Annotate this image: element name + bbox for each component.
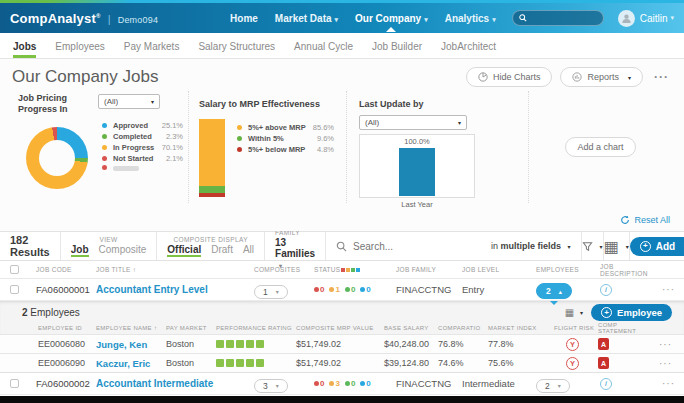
status-legend-icon	[346, 268, 350, 272]
employees-expand-pill[interactable]: 2▴	[536, 283, 572, 299]
page-title: Our Company Jobs	[12, 67, 158, 87]
chevron-down-icon: ▾	[276, 382, 279, 389]
more-options-button[interactable]: ···	[651, 70, 672, 84]
job-pricing-donut[interactable]	[26, 127, 88, 189]
mrp-legend: 5%+ above MRP85.6% Within 5%9.6% 5%+ bel…	[237, 123, 334, 197]
employee-row[interactable]: EE0006090 Kaczur, Eric Boston $51,749.02…	[0, 353, 684, 372]
last-update-chart: Last Update by (All)▾ 100.0% Last Year	[346, 91, 528, 203]
tab-jobarchitect[interactable]: JobArchitect	[441, 41, 496, 58]
employees-expand-pill[interactable]: 2▾	[536, 379, 570, 393]
mrp-bar[interactable]	[199, 119, 225, 197]
brand-logo[interactable]: CompAnalyst®|Demo094	[10, 11, 158, 26]
nav-market-data[interactable]: Market Data▾	[275, 5, 338, 32]
main-nav: Home Market Data▾ Our Company▾ Analytics…	[230, 5, 496, 32]
tab-salary-structures[interactable]: Salary Structures	[198, 41, 275, 58]
nav-our-company[interactable]: Our Company▾	[355, 5, 428, 32]
results-toolbar: 182 Results VIEW Job Composite COMPOSITE…	[0, 231, 684, 261]
tab-job-builder[interactable]: Job Builder	[372, 41, 422, 58]
last-update-bar[interactable]	[399, 148, 435, 196]
status-counts: 0 1 0 0	[314, 285, 396, 294]
pdf-icon[interactable]: A	[598, 338, 609, 350]
add-employee-button[interactable]: +Employee	[591, 304, 672, 321]
plus-circle-icon: +	[640, 241, 651, 252]
view-option-composite[interactable]: Composite	[99, 244, 147, 257]
employee-row[interactable]: EE0006080 Junge, Ken Boston $51,749.02 $…	[0, 334, 684, 353]
avatar[interactable]	[618, 10, 635, 27]
legend-dot	[102, 123, 107, 128]
hide-charts-button[interactable]: Hide Charts	[466, 67, 553, 87]
table-row[interactable]: FA06000002 Accountant Intermediate 3▾ 0 …	[0, 373, 684, 395]
employee-name-link[interactable]: Kaczur, Eric	[96, 358, 166, 369]
job-title-link[interactable]: Accountant Entry Level	[96, 284, 254, 295]
nav-home[interactable]: Home	[230, 5, 258, 32]
tab-pay-markets[interactable]: Pay Markets	[124, 41, 180, 58]
sort-asc-icon[interactable]: ↑	[133, 266, 137, 273]
job-pricing-filter-select[interactable]: (All)▾	[98, 94, 160, 109]
job-description-icon[interactable]: i	[600, 378, 612, 390]
x-axis-label: Last Year	[359, 200, 475, 209]
chevron-down-icon: ▾	[626, 243, 629, 250]
chart-title: Job Pricing Progress In	[18, 93, 90, 115]
reset-all-link[interactable]: Reset All	[620, 215, 670, 225]
job-title-link[interactable]: Accountant Intermediate	[96, 378, 254, 389]
global-search-input[interactable]	[531, 13, 601, 23]
composites-pill[interactable]: 3▾	[254, 379, 288, 393]
tab-jobs[interactable]: Jobs	[13, 41, 36, 58]
global-search[interactable]	[512, 10, 604, 26]
job-family-filter[interactable]: JOB FAMILY 13 Families ▾	[265, 232, 326, 260]
add-button[interactable]: + Add ▾	[630, 237, 684, 256]
last-update-plot: 100.0%	[359, 134, 475, 198]
job-description-icon[interactable]: i	[600, 284, 612, 296]
add-chart-button[interactable]: Add a chart	[565, 137, 635, 157]
columns-button[interactable]: ▦ ▾	[604, 232, 630, 260]
flight-risk-badge[interactable]: Y	[566, 338, 579, 351]
nav-analytics[interactable]: Analytics▾	[445, 5, 496, 32]
row-checkbox[interactable]	[10, 379, 19, 388]
chevron-down-icon: ▾	[568, 244, 571, 250]
select-all-checkbox[interactable]	[10, 265, 19, 274]
report-icon	[572, 72, 582, 82]
employees-panel: 2 Employees ▦▾ +Employee EMPLOYEE ID EMP…	[0, 301, 684, 373]
reports-button[interactable]: Reports ▾	[560, 67, 643, 87]
grid-icon: ▦	[604, 237, 619, 256]
refresh-icon	[620, 215, 630, 225]
status-legend-icon	[341, 268, 345, 272]
tab-annual-cycle[interactable]: Annual Cycle	[294, 41, 353, 58]
chevron-down-icon[interactable]: ▾	[670, 14, 674, 22]
search-icon	[336, 241, 347, 252]
display-option-official[interactable]: Official	[167, 244, 201, 257]
pdf-icon[interactable]: A	[598, 357, 609, 369]
row-checkbox[interactable]	[10, 285, 19, 294]
performance-rating	[216, 340, 296, 348]
display-option-all[interactable]: All	[243, 244, 254, 257]
row-more-button[interactable]: ···	[654, 339, 684, 350]
employee-name-link[interactable]: Junge, Ken	[96, 339, 166, 350]
row-more-button[interactable]: ···	[654, 358, 684, 369]
user-menu[interactable]: Caitlin	[640, 13, 668, 24]
row-more-button[interactable]: ···	[662, 284, 684, 295]
funnel-icon	[582, 241, 593, 252]
bar-value-label: 100.0%	[360, 137, 474, 146]
table-search-input[interactable]	[353, 241, 485, 252]
display-option-draft[interactable]: Draft	[211, 244, 233, 257]
chevron-down-icon: ▾	[558, 382, 561, 389]
tab-employees[interactable]: Employees	[55, 41, 104, 58]
chevron-down-icon: ▾	[492, 16, 496, 23]
employee-columns-button[interactable]: ▦▾	[565, 307, 583, 318]
composites-pill[interactable]: 1▾	[254, 285, 288, 299]
legend-placeholder	[113, 166, 139, 171]
job-pricing-chart: Job Pricing Progress In (All)▾ Approved2…	[12, 91, 188, 203]
chevron-down-icon: ▾	[424, 16, 428, 23]
view-option-job[interactable]: Job	[71, 244, 89, 257]
window-edge	[0, 396, 684, 403]
row-more-button[interactable]: ···	[662, 378, 684, 389]
table-row[interactable]: FA06000001 Accountant Entry Level 1▾ 0 1…	[0, 279, 684, 301]
last-update-filter-select[interactable]: (All)▾	[359, 115, 467, 130]
grid-icon: ▦	[565, 307, 574, 318]
flight-risk-badge[interactable]: Y	[566, 357, 579, 370]
filter-button[interactable]: ▾	[582, 232, 604, 260]
pie-chart-icon	[478, 72, 488, 82]
search-scope-select[interactable]: in multiple fields ▾	[491, 241, 571, 251]
chevron-down-icon: ▾	[151, 98, 154, 105]
sort-asc-icon[interactable]: ↑	[154, 325, 157, 331]
